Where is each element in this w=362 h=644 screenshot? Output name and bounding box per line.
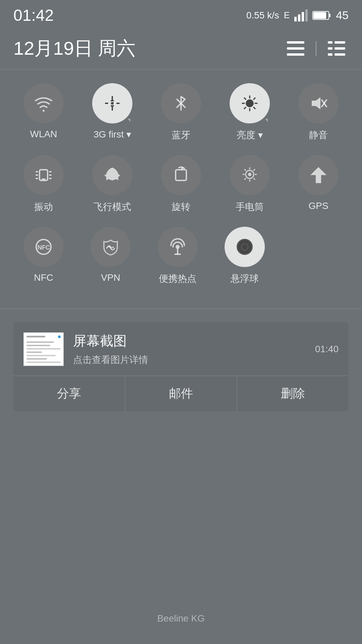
svg-rect-12 bbox=[328, 47, 333, 50]
header-view-icons bbox=[284, 39, 349, 58]
toggle-brightness[interactable]: A 亮度 ▾ bbox=[226, 83, 273, 142]
toggle-wlan[interactable]: WLAN bbox=[20, 83, 67, 142]
svg-text:A: A bbox=[248, 101, 252, 106]
svg-rect-0 bbox=[294, 17, 297, 21]
svg-line-49 bbox=[245, 178, 246, 179]
svg-line-47 bbox=[254, 178, 255, 179]
toggle-hotspot[interactable]: 便携热点 bbox=[154, 227, 201, 285]
quick-toggles: WLAN 3G first ▾ bbox=[0, 70, 362, 305]
header-date: 12月19日 周六 bbox=[13, 36, 135, 61]
notification-thumb-wrap bbox=[23, 332, 64, 366]
airplane-circle bbox=[92, 155, 132, 195]
svg-rect-13 bbox=[335, 47, 345, 50]
brightness-label: 亮度 ▾ bbox=[237, 129, 263, 142]
header-divider bbox=[316, 41, 316, 56]
svg-rect-7 bbox=[287, 41, 304, 44]
notification-desc: 点击查看图片详情 bbox=[73, 354, 306, 366]
bluetooth-label: 蓝牙 bbox=[172, 129, 190, 142]
svg-line-26 bbox=[244, 107, 246, 109]
svg-point-56 bbox=[241, 244, 248, 250]
hotspot-label: 便携热点 bbox=[159, 272, 196, 285]
gps-label: GPS bbox=[308, 201, 328, 211]
notification-content: 屏幕截图 点击查看图片详情 bbox=[73, 332, 306, 366]
bluetooth-circle bbox=[161, 83, 201, 123]
notification-title: 屏幕截图 bbox=[73, 332, 306, 350]
toggle-flashlight[interactable]: 手电筒 bbox=[226, 155, 273, 213]
toggle-3g-first[interactable]: 3G first ▾ bbox=[89, 83, 136, 142]
svg-marker-28 bbox=[312, 97, 320, 109]
status-bar: 01:42 0.55 k/s E 45 bbox=[0, 0, 362, 29]
toggle-mute[interactable]: 静音 bbox=[295, 83, 342, 142]
carrier-text: Beeline KG bbox=[0, 600, 362, 631]
header: 12月19日 周六 bbox=[0, 29, 362, 70]
battery-icon bbox=[312, 10, 331, 20]
vpn-circle bbox=[90, 227, 131, 267]
float-ball-label: 悬浮球 bbox=[231, 272, 259, 285]
airplane-label: 飞行模式 bbox=[94, 201, 131, 213]
toggle-row-3: NFC NFC VPN bbox=[20, 227, 342, 285]
svg-line-25 bbox=[254, 98, 255, 99]
svg-line-23 bbox=[244, 98, 246, 99]
notification-thumbnail bbox=[23, 332, 64, 366]
flashlight-circle bbox=[230, 155, 270, 195]
compact-list-icon[interactable] bbox=[284, 39, 308, 58]
rotate-circle bbox=[161, 155, 201, 195]
notification-card[interactable]: 屏幕截图 点击查看图片详情 01:40 分享 邮件 删除 bbox=[13, 322, 349, 411]
toggle-vpn[interactable]: VPN bbox=[87, 227, 134, 285]
nfc-label: NFC bbox=[34, 272, 53, 283]
toggle-row-2: 振动 飞行模式 旋转 bbox=[20, 155, 342, 213]
nfc-circle: NFC bbox=[23, 227, 64, 267]
toggle-bluetooth[interactable]: 蓝牙 bbox=[158, 83, 204, 142]
svg-text:NFC: NFC bbox=[38, 244, 50, 251]
svg-rect-2 bbox=[302, 12, 304, 21]
mute-circle bbox=[298, 83, 339, 123]
svg-line-24 bbox=[254, 107, 255, 109]
toggle-vibrate[interactable]: 振动 bbox=[20, 155, 67, 213]
svg-rect-11 bbox=[335, 41, 345, 44]
svg-rect-39 bbox=[176, 170, 186, 180]
svg-rect-10 bbox=[328, 41, 333, 44]
toggle-rotate[interactable]: 旋转 bbox=[158, 155, 204, 213]
brightness-circle: A bbox=[230, 83, 270, 123]
vibrate-circle bbox=[23, 155, 64, 195]
toggle-float-ball[interactable]: 悬浮球 bbox=[221, 227, 268, 285]
svg-rect-6 bbox=[313, 12, 326, 19]
main-divider bbox=[0, 309, 362, 309]
wlan-circle bbox=[23, 83, 64, 123]
svg-point-16 bbox=[43, 110, 45, 112]
svg-rect-8 bbox=[287, 47, 304, 50]
svg-line-46 bbox=[245, 169, 246, 170]
action-share[interactable]: 分享 bbox=[13, 376, 125, 411]
3g-circle bbox=[92, 83, 132, 123]
toggle-nfc[interactable]: NFC NFC bbox=[20, 227, 67, 285]
toggle-row-1: WLAN 3G first ▾ bbox=[20, 83, 342, 142]
toggle-gps[interactable]: GPS bbox=[295, 155, 342, 213]
wlan-label: WLAN bbox=[30, 129, 57, 140]
notification-area: 屏幕截图 点击查看图片详情 01:40 分享 邮件 删除 bbox=[0, 312, 362, 421]
svg-rect-38 bbox=[42, 178, 46, 180]
gps-circle bbox=[298, 155, 339, 195]
detailed-list-icon[interactable] bbox=[324, 39, 349, 58]
svg-rect-5 bbox=[329, 14, 330, 17]
toggle-airplane[interactable]: 飞行模式 bbox=[89, 155, 136, 213]
notification-actions: 分享 邮件 删除 bbox=[13, 376, 349, 411]
data-speed: 0.55 k/s bbox=[246, 10, 279, 21]
mute-label: 静音 bbox=[309, 129, 328, 142]
svg-point-41 bbox=[248, 173, 251, 176]
svg-rect-14 bbox=[328, 53, 333, 56]
action-delete[interactable]: 删除 bbox=[237, 376, 349, 411]
svg-rect-15 bbox=[335, 53, 345, 56]
hotspot-circle bbox=[158, 227, 198, 267]
svg-line-48 bbox=[254, 169, 255, 170]
battery-level: 45 bbox=[336, 9, 349, 22]
vpn-label: VPN bbox=[101, 272, 120, 283]
flashlight-label: 手电筒 bbox=[236, 201, 264, 213]
svg-rect-1 bbox=[298, 14, 300, 21]
notification-time: 01:40 bbox=[315, 344, 339, 355]
float-ball-circle bbox=[225, 227, 265, 267]
svg-point-17 bbox=[111, 102, 114, 105]
rotate-label: 旋转 bbox=[172, 201, 190, 213]
svg-rect-9 bbox=[287, 53, 304, 56]
signal-icon bbox=[294, 9, 308, 21]
action-email[interactable]: 邮件 bbox=[125, 376, 237, 411]
